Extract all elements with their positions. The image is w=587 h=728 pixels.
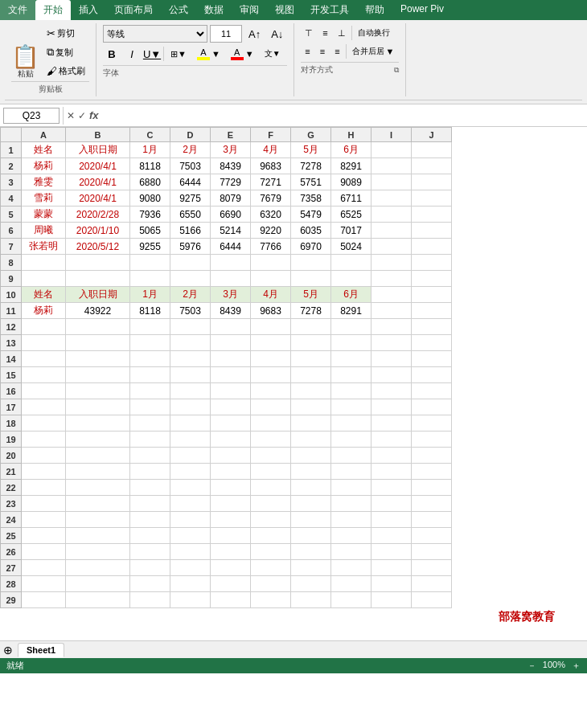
- cell-r28-c2[interactable]: [130, 576, 170, 592]
- cell-r11-c0[interactable]: 杨莉: [22, 303, 66, 319]
- cell-r29-c6[interactable]: [291, 592, 331, 608]
- cell-r8-c2[interactable]: [130, 255, 170, 271]
- paste-button[interactable]: 📋: [11, 46, 39, 68]
- cell-r29-c1[interactable]: [66, 592, 130, 608]
- cell-r9-c4[interactable]: [211, 271, 251, 287]
- cell-r12-c4[interactable]: [211, 319, 251, 335]
- cell-r15-c7[interactable]: [331, 367, 371, 383]
- cell-r21-c0[interactable]: [22, 464, 66, 480]
- increase-font-button[interactable]: A↑: [244, 26, 265, 43]
- cell-r17-c5[interactable]: [251, 399, 291, 415]
- cell-r26-c0[interactable]: [22, 544, 66, 560]
- cell-r24-c3[interactable]: [170, 512, 211, 528]
- cell-r7-c9[interactable]: [412, 239, 452, 255]
- cell-r3-c6[interactable]: 5751: [291, 174, 331, 190]
- border-button[interactable]: ⊞▼: [166, 47, 191, 62]
- cell-r18-c3[interactable]: [170, 415, 211, 431]
- cell-r1-c0[interactable]: 姓名: [22, 142, 66, 158]
- cell-r9-c1[interactable]: [66, 271, 130, 287]
- row-number-8[interactable]: 8: [1, 255, 22, 271]
- cell-r28-c5[interactable]: [251, 576, 291, 592]
- cell-r24-c0[interactable]: [22, 512, 66, 528]
- cell-r14-c3[interactable]: [170, 351, 211, 367]
- cell-r23-c8[interactable]: [371, 496, 412, 512]
- cell-r19-c4[interactable]: [211, 431, 251, 448]
- cell-r7-c4[interactable]: 6444: [211, 239, 251, 255]
- cell-r27-c3[interactable]: [170, 560, 211, 576]
- cell-r18-c9[interactable]: [412, 415, 452, 431]
- cell-r1-c5[interactable]: 4月: [251, 142, 291, 158]
- cell-r10-c2[interactable]: 1月: [130, 287, 170, 303]
- cell-r13-c0[interactable]: [22, 335, 66, 351]
- underline-button[interactable]: U▼: [143, 45, 161, 63]
- cell-r5-c4[interactable]: 6690: [211, 207, 251, 223]
- font-name-select[interactable]: 等线: [103, 25, 207, 43]
- table-row[interactable]: 12: [1, 319, 452, 335]
- cell-r11-c4[interactable]: 8439: [211, 303, 251, 319]
- cell-r29-c3[interactable]: [170, 592, 211, 608]
- align-right-button[interactable]: ≡: [330, 44, 343, 59]
- cancel-icon[interactable]: ✕: [67, 110, 75, 121]
- cell-r11-c7[interactable]: 8291: [331, 303, 371, 319]
- col-header-e[interactable]: E: [211, 128, 251, 142]
- cell-r4-c6[interactable]: 7358: [291, 190, 331, 207]
- cell-r20-c7[interactable]: [331, 448, 371, 464]
- cell-r5-c2[interactable]: 7936: [130, 207, 170, 223]
- cell-r22-c8[interactable]: [371, 480, 412, 496]
- cell-r9-c2[interactable]: [130, 271, 170, 287]
- cell-r26-c8[interactable]: [371, 544, 412, 560]
- cell-r12-c0[interactable]: [22, 319, 66, 335]
- cell-r20-c2[interactable]: [130, 448, 170, 464]
- cell-r11-c9[interactable]: [412, 303, 452, 319]
- cell-r22-c7[interactable]: [331, 480, 371, 496]
- cell-r22-c0[interactable]: [22, 480, 66, 496]
- cell-r28-c7[interactable]: [331, 576, 371, 592]
- cell-r14-c1[interactable]: [66, 351, 130, 367]
- cell-r25-c4[interactable]: [211, 528, 251, 544]
- cell-r16-c1[interactable]: [66, 383, 130, 399]
- cell-r12-c7[interactable]: [331, 319, 371, 335]
- cell-r29-c0[interactable]: [22, 592, 66, 608]
- cell-r10-c0[interactable]: 姓名: [22, 287, 66, 303]
- cell-r21-c1[interactable]: [66, 464, 130, 480]
- cell-r13-c8[interactable]: [371, 335, 412, 351]
- table-row[interactable]: 19: [1, 431, 452, 448]
- table-row[interactable]: 14: [1, 351, 452, 367]
- cell-r10-c6[interactable]: 5月: [291, 287, 331, 303]
- row-number-4[interactable]: 4: [1, 190, 22, 207]
- cell-reference-input[interactable]: Q23: [3, 108, 60, 124]
- cell-r12-c6[interactable]: [291, 319, 331, 335]
- cell-r23-c3[interactable]: [170, 496, 211, 512]
- cell-r27-c5[interactable]: [251, 560, 291, 576]
- status-zoom-in[interactable]: ＋: [572, 660, 581, 672]
- cell-r16-c0[interactable]: [22, 383, 66, 399]
- cell-r27-c0[interactable]: [22, 560, 66, 576]
- cell-r19-c9[interactable]: [412, 431, 452, 448]
- cell-r11-c1[interactable]: 43922: [66, 303, 130, 319]
- cell-r25-c7[interactable]: [331, 528, 371, 544]
- row-number-2[interactable]: 2: [1, 158, 22, 174]
- cell-r5-c9[interactable]: [412, 207, 452, 223]
- cell-r29-c7[interactable]: [331, 592, 371, 608]
- fill-color-button[interactable]: A ▼: [193, 45, 224, 63]
- cell-r8-c6[interactable]: [291, 255, 331, 271]
- cell-r11-c3[interactable]: 7503: [170, 303, 211, 319]
- cell-r13-c3[interactable]: [170, 335, 211, 351]
- table-row[interactable]: 13: [1, 335, 452, 351]
- cell-r11-c5[interactable]: 9683: [251, 303, 291, 319]
- cell-r17-c1[interactable]: [66, 399, 130, 415]
- cell-r13-c7[interactable]: [331, 335, 371, 351]
- cell-r16-c5[interactable]: [251, 383, 291, 399]
- row-number-22[interactable]: 22: [1, 480, 22, 496]
- cell-r28-c8[interactable]: [371, 576, 412, 592]
- cell-r14-c2[interactable]: [130, 351, 170, 367]
- cell-r3-c7[interactable]: 9089: [331, 174, 371, 190]
- col-header-a[interactable]: A: [22, 128, 66, 142]
- row-number-28[interactable]: 28: [1, 576, 22, 592]
- table-row[interactable]: 1姓名入职日期1月2月3月4月5月6月: [1, 142, 452, 158]
- cell-r26-c9[interactable]: [412, 544, 452, 560]
- cell-r24-c9[interactable]: [412, 512, 452, 528]
- cell-r16-c4[interactable]: [211, 383, 251, 399]
- cell-r29-c8[interactable]: [371, 592, 412, 608]
- cell-r19-c8[interactable]: [371, 431, 412, 448]
